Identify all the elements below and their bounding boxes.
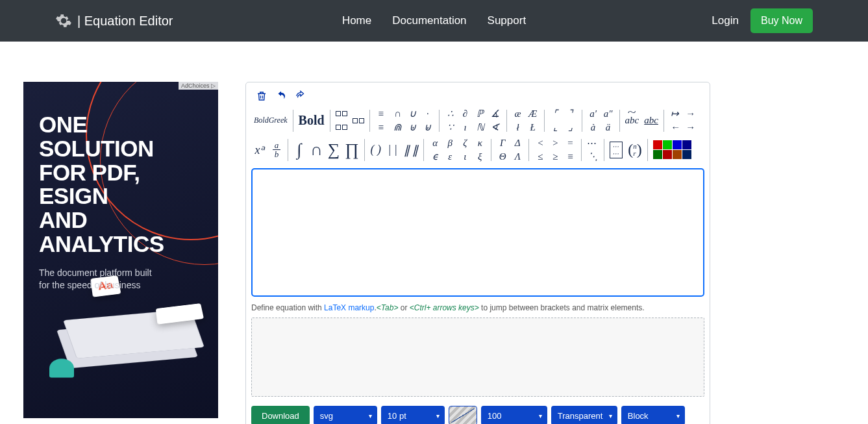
rarrow-button[interactable]: → <box>684 107 696 120</box>
Gamma-button[interactable]: Γ <box>497 136 508 149</box>
because-button[interactable]: ∵ <box>445 121 456 134</box>
Lambda-button[interactable]: Λ <box>512 150 523 163</box>
color-swatch[interactable] <box>682 150 691 159</box>
color-swatch[interactable] <box>673 150 682 159</box>
color-swatch[interactable] <box>653 140 662 149</box>
fgcolor-button[interactable] <box>449 406 477 424</box>
equiv-button[interactable]: ≡ <box>564 150 576 163</box>
ddots-button[interactable]: ⋱ <box>587 150 599 163</box>
nav-docs[interactable]: Documentation <box>387 9 471 32</box>
align-left-icon[interactable]: ≡ <box>375 107 387 120</box>
integral-button[interactable]: ∫ <box>293 143 305 156</box>
array-buttons <box>336 107 347 134</box>
superscript-button[interactable]: xᵃ <box>254 143 266 156</box>
adprime-button[interactable]: a″ <box>602 107 614 120</box>
clear-button[interactable] <box>254 89 269 103</box>
ad-subtitle: The document platform built for the spee… <box>39 267 203 292</box>
widehat-button[interactable]: abc <box>625 114 639 127</box>
xi-button[interactable]: ξ <box>474 150 486 163</box>
aumlaut-button[interactable]: ä <box>602 121 614 134</box>
ae-button[interactable]: æ <box>512 107 524 120</box>
mapsto-button[interactable]: ↦ <box>669 107 681 120</box>
set-dot-button[interactable]: · <box>422 107 434 120</box>
rarrow2-button[interactable]: → <box>684 121 696 134</box>
therefore-button[interactable]: ∴ <box>445 107 456 120</box>
larrow-button[interactable]: ← <box>669 121 681 134</box>
agrave-button[interactable]: à <box>588 121 599 134</box>
redo-button[interactable] <box>293 89 308 103</box>
leq-button[interactable]: ≤ <box>534 150 546 163</box>
kappa-button[interactable]: κ <box>474 136 486 149</box>
format-select[interactable]: svg <box>314 406 377 424</box>
norm-button[interactable]: ‖ ‖ <box>404 143 419 156</box>
set-cup-button[interactable]: ∪ <box>407 107 419 120</box>
varepsilon-button[interactable]: ε <box>444 150 456 163</box>
bmatrix-button[interactable]: ⋯⋯ <box>610 143 623 156</box>
ad-banner[interactable]: AdChoices ▷ ONE SOLUTION FOR PDF, ESIGN … <box>23 82 218 418</box>
fraction-button[interactable]: ab <box>271 143 282 156</box>
latex-markup-link[interactable]: LaTeX markup <box>324 303 374 312</box>
gt-button[interactable]: > <box>549 136 561 149</box>
set-ccap-button[interactable]: ⋒ <box>392 121 404 134</box>
corner-bl-icon[interactable]: ⌞ <box>550 121 562 134</box>
set-umult-button[interactable]: ⊌ <box>422 121 434 134</box>
zeta-button[interactable]: ζ <box>459 136 471 149</box>
bg-select[interactable]: Transparent <box>551 406 617 424</box>
color-swatch[interactable] <box>682 140 691 149</box>
color-swatch[interactable] <box>663 150 672 159</box>
cdots-button[interactable]: ⋯ <box>587 136 599 149</box>
nav-support[interactable]: Support <box>482 9 532 32</box>
set-uplus-button[interactable]: ⊎ <box>407 121 419 134</box>
Theta-button[interactable]: Θ <box>497 150 508 163</box>
bold-button[interactable]: Bold <box>299 114 325 127</box>
sum-button[interactable]: ∑ <box>328 143 340 156</box>
undo-button[interactable] <box>273 89 289 103</box>
login-link[interactable]: Login <box>712 14 739 27</box>
imath-button[interactable]: ı <box>460 121 471 134</box>
beta-button[interactable]: β <box>444 136 456 149</box>
Lstroke-button[interactable]: Ł <box>527 121 539 134</box>
download-button[interactable]: Download <box>251 406 310 424</box>
bigcap-button[interactable]: ∩ <box>310 143 323 156</box>
epsilon-button[interactable]: ϵ <box>429 150 441 163</box>
adchoices-badge[interactable]: AdChoices ▷ <box>179 82 218 90</box>
corner-tr-icon[interactable]: ⌝ <box>565 107 577 120</box>
display-select[interactable]: Block <box>621 406 685 424</box>
iota-button[interactable]: ι <box>459 150 471 163</box>
boldgreek-button[interactable]: BoldGreek <box>254 114 288 127</box>
lt-button[interactable]: < <box>534 136 546 149</box>
AE-button[interactable]: Æ <box>527 107 539 120</box>
set-cap-button[interactable]: ∩ <box>392 107 404 120</box>
array-2x2-button[interactable] <box>336 121 347 134</box>
color-swatch[interactable] <box>653 150 662 159</box>
array-alt-button[interactable] <box>353 114 364 127</box>
fontsize-select[interactable]: 10 pt <box>381 406 445 424</box>
abs-button[interactable]: | | <box>387 143 399 156</box>
latex-input[interactable] <box>251 168 704 297</box>
color-swatch[interactable] <box>663 140 672 149</box>
align-center-icon[interactable]: ≡ <box>375 121 387 134</box>
corner-tl-icon[interactable]: ⌜ <box>550 107 562 120</box>
Delta-button[interactable]: Δ <box>512 136 523 149</box>
angle1-button[interactable]: ∡ <box>490 107 501 120</box>
corner-br-icon[interactable]: ⌟ <box>565 121 577 134</box>
underline-button[interactable]: abc <box>644 114 658 127</box>
alpha-button[interactable]: α <box>429 136 441 149</box>
zoom-select[interactable]: 100 <box>481 406 547 424</box>
eq-button[interactable]: = <box>564 136 576 149</box>
brand[interactable]: | Equation Editor <box>55 12 173 29</box>
color-swatch[interactable] <box>673 140 682 149</box>
array-2col-button[interactable] <box>336 107 347 120</box>
binom-button[interactable]: (nr) <box>628 143 642 156</box>
partial-button[interactable]: ∂ <box>460 107 471 120</box>
bbP-button[interactable]: ℙ <box>475 107 486 120</box>
nav-home[interactable]: Home <box>337 9 377 32</box>
bbN-button[interactable]: ℕ <box>475 121 486 134</box>
aprime-button[interactable]: a′ <box>588 107 599 120</box>
prod-button[interactable]: ∏ <box>345 143 358 156</box>
geq-button[interactable]: ≥ <box>549 150 561 163</box>
angle2-button[interactable]: ∢ <box>490 121 501 134</box>
buy-now-button[interactable]: Buy Now <box>750 8 813 33</box>
paren-button[interactable]: ( ) <box>370 143 382 156</box>
lstroke-button[interactable]: ł <box>512 121 524 134</box>
